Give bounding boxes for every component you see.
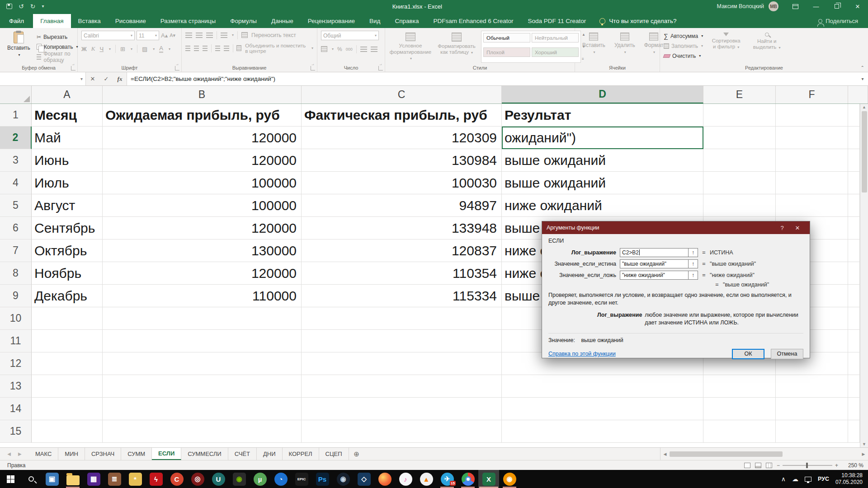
- cell-F13[interactable]: [776, 375, 848, 398]
- dialog-help-icon[interactable]: ?: [774, 225, 790, 231]
- insert-function-icon[interactable]: fx: [113, 72, 127, 85]
- share-button[interactable]: Поделиться: [808, 18, 868, 28]
- cell-A10[interactable]: [32, 307, 103, 330]
- tab-page-layout[interactable]: Разметка страницы: [153, 14, 223, 28]
- sheet-tab-schet[interactable]: СЧЁТ: [228, 448, 257, 460]
- prev-sheet-icon[interactable]: ◀: [7, 451, 11, 456]
- cell-style-normal[interactable]: Обычный: [483, 33, 530, 42]
- tab-home[interactable]: Главная: [33, 14, 71, 28]
- onedrive-cloud-icon[interactable]: ☁: [792, 475, 798, 483]
- collapse-dialog-icon-log[interactable]: ↑: [689, 248, 698, 257]
- file-explorer-icon[interactable]: [62, 470, 83, 488]
- row-header-9[interactable]: 9: [0, 285, 32, 307]
- row-header-14[interactable]: 14: [0, 398, 32, 420]
- cell-F15[interactable]: [776, 420, 848, 443]
- scroll-left-icon[interactable]: ◀: [660, 452, 670, 456]
- close-icon[interactable]: ✕: [847, 0, 868, 13]
- format-as-table-button[interactable]: Форматировать как таблицу ▾: [435, 31, 478, 63]
- fill-color-icon[interactable]: ▨: [142, 46, 147, 52]
- scroll-right-icon[interactable]: ▶: [859, 452, 868, 456]
- align-left-icon[interactable]: [185, 46, 190, 51]
- cell-C6[interactable]: 133948: [302, 217, 502, 239]
- cell-B8[interactable]: 120000: [103, 262, 302, 285]
- cancel-button[interactable]: Отмена: [771, 349, 803, 359]
- xnview-icon[interactable]: ◉: [499, 470, 520, 488]
- cell-A2[interactable]: Май: [32, 127, 103, 149]
- cell-A8[interactable]: Ноябрь: [32, 262, 103, 285]
- vlc-icon[interactable]: ▲: [416, 470, 437, 488]
- conditional-formatting-button[interactable]: Условное форматирование ▾: [389, 31, 432, 63]
- epic-games-icon[interactable]: EPIC: [291, 470, 312, 488]
- merge-center-label[interactable]: Объединить и поместить в центре: [245, 43, 307, 54]
- grow-font-icon[interactable]: А▴: [161, 32, 168, 39]
- argument-input-log[interactable]: C2>B2: [620, 248, 689, 257]
- cell-C10[interactable]: [302, 307, 502, 330]
- cell-E14[interactable]: [703, 398, 776, 420]
- row-header-3[interactable]: 3: [0, 149, 32, 172]
- sheet-tab-srznach[interactable]: СРЗНАЧ: [85, 448, 121, 460]
- argument-input-true[interactable]: "выше ожиданий": [620, 259, 689, 268]
- driver-booster-icon[interactable]: ϟ: [146, 470, 166, 488]
- cell-C15[interactable]: [302, 420, 502, 443]
- sheet-tab-min[interactable]: МИН: [58, 448, 85, 460]
- ribbon-display-options-icon[interactable]: [785, 0, 806, 13]
- cpu-z-icon[interactable]: ▦: [83, 470, 104, 488]
- bold-button[interactable]: Ж: [81, 46, 87, 52]
- tab-pdfsam[interactable]: PDFsam Enhanced 6 Creator: [426, 14, 520, 28]
- tab-file[interactable]: Файл: [0, 14, 33, 28]
- align-middle-icon[interactable]: [196, 33, 203, 38]
- accounting-format-icon[interactable]: [321, 46, 327, 52]
- virtualbox-icon[interactable]: ◇: [354, 470, 374, 488]
- comma-style-icon[interactable]: 000: [346, 47, 353, 52]
- scroll-up-icon[interactable]: ▲: [862, 105, 866, 109]
- fill-button[interactable]: Заполнить▾: [664, 42, 703, 50]
- collapse-dialog-icon-true[interactable]: ↑: [689, 259, 698, 268]
- cell-B9[interactable]: 110000: [103, 285, 302, 307]
- windows-start-icon[interactable]: [0, 470, 21, 488]
- winrar-icon[interactable]: ≣: [104, 470, 125, 488]
- sheet-tab-korrel[interactable]: КОРРЕЛ: [283, 448, 319, 460]
- cell-B5[interactable]: 100000: [103, 194, 302, 217]
- horizontal-scroll-thumb[interactable]: [670, 451, 783, 457]
- cell-B15[interactable]: [103, 420, 302, 443]
- name-box[interactable]: ▾: [0, 72, 86, 85]
- ok-button[interactable]: ОК: [732, 349, 764, 359]
- row-header-1[interactable]: 1: [0, 104, 32, 127]
- normal-view-icon[interactable]: [744, 463, 750, 468]
- tab-draw[interactable]: Рисование: [108, 14, 153, 28]
- tell-me[interactable]: Что вы хотите сделать?: [593, 18, 683, 28]
- align-center-icon[interactable]: [194, 46, 199, 51]
- sheet-tab-dni[interactable]: ДНИ: [257, 448, 283, 460]
- increase-indent-icon[interactable]: [224, 46, 229, 51]
- align-top-icon[interactable]: [185, 33, 192, 38]
- cancel-entry-icon[interactable]: ✕: [86, 72, 99, 85]
- cell-F5[interactable]: [776, 194, 848, 217]
- cell-F14[interactable]: [776, 398, 848, 420]
- cell-E1[interactable]: [703, 104, 776, 127]
- wrap-text-label[interactable]: Переносить текст: [251, 32, 296, 38]
- steam-icon[interactable]: ◉: [333, 470, 354, 488]
- cell-C9[interactable]: 115334: [302, 285, 502, 307]
- clock[interactable]: 10:38:28 07.05.2020: [835, 472, 863, 486]
- cell-B7[interactable]: 130000: [103, 239, 302, 262]
- cell-B14[interactable]: [103, 398, 302, 420]
- cell-C8[interactable]: 110354: [302, 262, 502, 285]
- column-header-F[interactable]: F: [776, 86, 848, 103]
- cell-F4[interactable]: [776, 172, 848, 194]
- utorrent-web-icon[interactable]: U: [208, 470, 229, 488]
- cell-E2[interactable]: [703, 127, 776, 149]
- argument-input-false[interactable]: "ниже ожиданий": [620, 271, 689, 280]
- customize-qat-icon[interactable]: ▾: [42, 4, 44, 9]
- cell-B10[interactable]: [103, 307, 302, 330]
- formula-input[interactable]: =ЕСЛИ(C2>B2;"выше ожиданий";"ниже ожидан…: [127, 72, 857, 85]
- cell-B1[interactable]: Ожидаемая прибыль, руб: [103, 104, 302, 127]
- cell-B6[interactable]: 120000: [103, 217, 302, 239]
- row-header-15[interactable]: 15: [0, 420, 32, 443]
- new-sheet-icon[interactable]: ⊕: [349, 448, 364, 460]
- vertical-scrollbar[interactable]: ▲ ▼: [860, 104, 868, 447]
- dialog-close-icon[interactable]: ✕: [790, 225, 805, 231]
- cell-D13[interactable]: [502, 375, 703, 398]
- next-sheet-icon[interactable]: ▶: [18, 451, 22, 456]
- row-header-5[interactable]: 5: [0, 194, 32, 217]
- row-header-10[interactable]: 10: [0, 307, 32, 330]
